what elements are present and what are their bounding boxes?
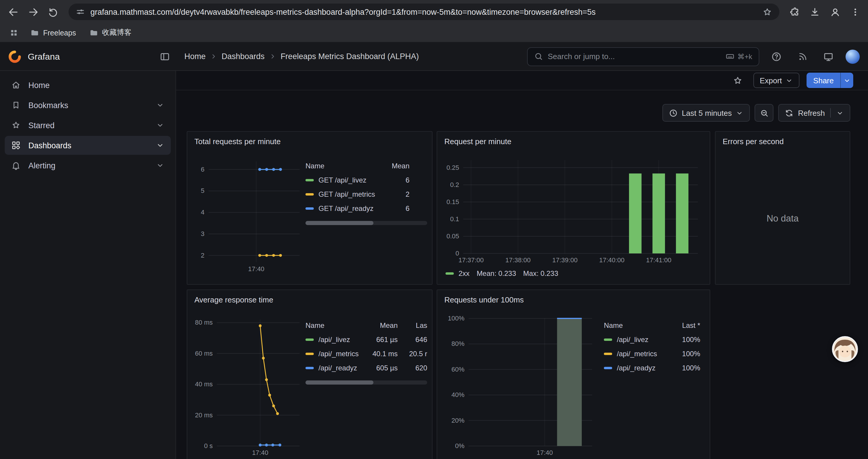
- bookmark-item-freeleaps[interactable]: Freeleaps: [26, 27, 80, 39]
- series-swatch[interactable]: [445, 272, 454, 275]
- time-range-picker[interactable]: Last 5 minutes: [662, 104, 750, 122]
- legend-row[interactable]: GET /api/_readyz 6: [306, 201, 427, 216]
- bookmark-star-icon[interactable]: [762, 7, 772, 17]
- panel-title[interactable]: Average response time: [194, 295, 273, 304]
- series-swatch[interactable]: [306, 338, 314, 341]
- grafana-header: Grafana Home Dashboards Freeleaps Metric…: [0, 42, 868, 71]
- downloads-icon[interactable]: [805, 2, 824, 21]
- home-icon: [11, 80, 21, 90]
- series-swatch[interactable]: [306, 207, 314, 210]
- sidebar-item-dashboards[interactable]: Dashboards: [5, 136, 171, 155]
- legend-col-mean[interactable]: Mean: [363, 321, 398, 330]
- panel-request-per-minute[interactable]: Request per minute 00.050.10.150.20.2517…: [437, 131, 710, 285]
- sidebar-item-home[interactable]: Home: [5, 76, 171, 95]
- export-button[interactable]: Export: [753, 73, 800, 88]
- chevron-down-icon[interactable]: [156, 101, 164, 109]
- assistant-avatar[interactable]: [832, 336, 858, 362]
- panel-title[interactable]: Requests under 100ms: [444, 295, 524, 304]
- series-swatch[interactable]: [306, 179, 314, 182]
- rss-icon[interactable]: [794, 47, 811, 65]
- sidebar-item-alerting[interactable]: Alerting: [5, 156, 171, 175]
- clock-icon: [669, 108, 678, 117]
- help-icon[interactable]: [768, 47, 785, 65]
- timeseries-chart: 0 s20 ms40 ms60 ms80 ms17:40: [193, 314, 303, 459]
- grafana-logo[interactable]: [8, 50, 21, 63]
- apps-grid-icon[interactable]: [6, 25, 21, 40]
- legend-scrollbar[interactable]: [306, 221, 427, 225]
- chevron-down-icon[interactable]: [156, 161, 164, 169]
- panel-title[interactable]: Total requests per minute: [194, 137, 281, 146]
- legend-inline[interactable]: 2xx Mean: 0.233 Max: 0.233: [445, 269, 558, 277]
- legend-row[interactable]: GET /api/_livez 6: [306, 173, 427, 187]
- share-button[interactable]: Share: [807, 73, 853, 88]
- sidebar-collapse-icon[interactable]: [159, 51, 170, 62]
- share-chevron-icon[interactable]: [840, 73, 853, 88]
- site-settings-icon[interactable]: [75, 7, 85, 17]
- legend-col-last[interactable]: Las: [398, 321, 427, 330]
- back-icon[interactable]: [4, 2, 23, 21]
- sidebar-item-label: Dashboards: [28, 141, 71, 150]
- bookmarks-bar: Freeleaps 收藏博客: [0, 24, 868, 42]
- chevron-down-icon[interactable]: [836, 109, 844, 117]
- panel-total-requests-per-minute[interactable]: Total requests per minute 2345617:40 Nam…: [187, 131, 433, 285]
- scrollbar-thumb[interactable]: [306, 381, 374, 385]
- chevron-down-icon[interactable]: [156, 141, 164, 150]
- chevron-down-icon[interactable]: [156, 121, 164, 129]
- legend-row[interactable]: /api/_metrics 40.1 ms 20.5 r: [306, 347, 427, 361]
- bookmark-icon: [11, 100, 21, 110]
- url-text[interactable]: grafana.mathmast.com/d/deytv4rwavabkb/fr…: [90, 7, 757, 16]
- breadcrumb-home[interactable]: Home: [184, 52, 206, 61]
- panel-requests-under-100ms[interactable]: Requests under 100ms 0%20%40%60%80%100%1…: [437, 290, 710, 459]
- svg-text:20%: 20%: [452, 417, 464, 424]
- legend-col-name[interactable]: Name: [306, 321, 363, 330]
- legend-row[interactable]: GET /api/_metrics 2: [306, 187, 427, 201]
- extensions-icon[interactable]: [785, 2, 804, 21]
- svg-text:0.15: 0.15: [446, 198, 459, 205]
- sidebar-item-starred[interactable]: Starred: [5, 116, 171, 135]
- series-swatch[interactable]: [604, 338, 612, 341]
- favorite-star-icon[interactable]: [730, 72, 746, 89]
- legend-col-name[interactable]: Name: [306, 162, 380, 170]
- svg-text:2: 2: [201, 252, 205, 259]
- svg-text:0 s: 0 s: [204, 442, 213, 450]
- panel-average-response-time[interactable]: Average response time 0 s20 ms40 ms60 ms…: [187, 290, 433, 459]
- series-swatch[interactable]: [604, 353, 612, 355]
- series-swatch[interactable]: [306, 367, 314, 369]
- svg-text:17:41:00: 17:41:00: [646, 256, 672, 264]
- panel-title[interactable]: Request per minute: [444, 137, 512, 146]
- time-controls: Last 5 minutes Refresh: [662, 104, 850, 122]
- legend-row[interactable]: /api/_livez 100%: [604, 333, 700, 347]
- profile-icon[interactable]: [826, 2, 844, 21]
- refresh-button[interactable]: Refresh: [778, 104, 850, 122]
- legend-col-name[interactable]: Name: [604, 321, 665, 330]
- series-swatch[interactable]: [306, 193, 314, 196]
- forward-icon[interactable]: [24, 2, 42, 21]
- legend-row[interactable]: /api/_readyz 605 µs 620: [306, 361, 427, 375]
- url-bar[interactable]: grafana.mathmast.com/d/deytv4rwavabkb/fr…: [68, 4, 779, 20]
- legend-row[interactable]: /api/_readyz 100%: [604, 361, 700, 375]
- reload-icon[interactable]: [44, 2, 63, 21]
- legend-col-mean[interactable]: Mean: [380, 162, 409, 170]
- legend-row[interactable]: /api/_metrics 100%: [604, 347, 700, 361]
- legend-col-last[interactable]: Last *: [665, 321, 700, 330]
- sidebar-item-bookmarks[interactable]: Bookmarks: [5, 96, 171, 114]
- user-avatar[interactable]: [845, 49, 860, 64]
- legend-row[interactable]: /api/_livez 661 µs 646: [306, 333, 427, 347]
- legend-scrollbar[interactable]: [306, 381, 427, 385]
- panel-title[interactable]: Errors per second: [723, 137, 784, 146]
- svg-text:3: 3: [201, 230, 205, 237]
- breadcrumb-dashboards[interactable]: Dashboards: [222, 52, 265, 61]
- series-swatch[interactable]: [306, 353, 314, 355]
- panel-errors-per-second[interactable]: Errors per second No data: [715, 131, 850, 285]
- zoom-out-icon[interactable]: [755, 104, 774, 122]
- monitor-icon[interactable]: [819, 47, 837, 65]
- breadcrumb-current[interactable]: Freeleaps Metrics Dashboard (ALPHA): [281, 52, 419, 61]
- bookmark-item-blogs[interactable]: 收藏博客: [85, 26, 135, 40]
- scrollbar-thumb[interactable]: [306, 221, 374, 225]
- sidebar-item-label: Alerting: [28, 161, 56, 170]
- menu-icon[interactable]: [845, 2, 864, 21]
- search-input[interactable]: Search or jump to... ⌘+k: [527, 47, 759, 66]
- chevron-right-icon: [210, 53, 217, 60]
- folder-icon: [30, 28, 39, 37]
- series-swatch[interactable]: [604, 367, 612, 369]
